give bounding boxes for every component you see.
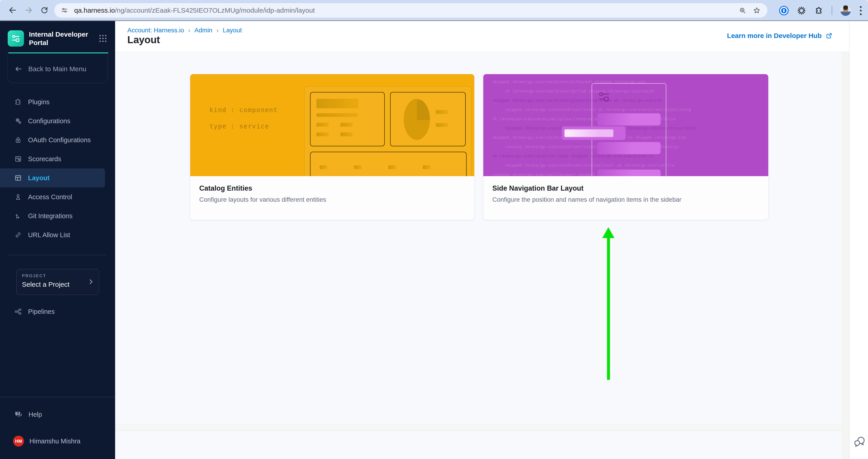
url-bar[interactable]: qa.harness.io/ng/account/zEaak-FLS425IEO… xyxy=(54,3,767,18)
mock-logo-icon xyxy=(597,90,611,104)
chat-support-icon[interactable] xyxy=(853,435,866,448)
spinner-extension-icon[interactable] xyxy=(797,6,806,15)
breadcrumb-admin-link[interactable]: Admin xyxy=(194,27,212,34)
project-selector-label: PROJECT xyxy=(22,273,93,278)
sidebar-divider xyxy=(8,255,106,255)
project-selector[interactable]: PROJECT Select a Project xyxy=(16,269,99,295)
sidebar-item-plugins[interactable]: Plugins xyxy=(0,93,115,111)
breadcrumb-layout-link[interactable]: Layout xyxy=(223,27,242,34)
card-description: Configure the position and names of navi… xyxy=(492,196,759,203)
sidebar-item-label: Scorecards xyxy=(28,155,61,163)
pipelines-icon xyxy=(14,307,22,316)
layout-icon xyxy=(14,174,22,182)
idp-logo-glyph-icon xyxy=(11,33,21,43)
browser-reload-button[interactable] xyxy=(39,5,49,15)
link-icon xyxy=(14,231,22,239)
back-to-main-menu-label: Back to Main Menu xyxy=(28,65,86,73)
idp-app-logo xyxy=(8,30,24,46)
right-rail xyxy=(849,21,868,459)
sidebar-help-section: Help xyxy=(0,405,115,424)
help-button[interactable]: Help xyxy=(0,405,115,424)
browser-forward-button[interactable] xyxy=(24,5,33,15)
sidebar-item-oauth-configurations[interactable]: OAuth Configurations xyxy=(0,130,115,150)
module-grid-icon[interactable] xyxy=(98,33,108,44)
reload-icon xyxy=(40,6,49,15)
illustration-code-line: type : service xyxy=(210,123,269,130)
mock-nav-item-bar xyxy=(597,170,661,176)
branch-icon xyxy=(14,212,22,220)
sidebar-item-scorecards[interactable]: Scorecards xyxy=(0,150,115,168)
bookmark-star-icon[interactable] xyxy=(752,6,761,15)
zoom-search-icon[interactable] xyxy=(738,6,747,14)
vertical-scrollbar-gutter[interactable] xyxy=(842,52,849,459)
sidebar-item-git-integrations[interactable]: Git Integrations xyxy=(0,206,115,225)
module-accent-line xyxy=(8,53,108,53)
breadcrumb-separator: › xyxy=(216,27,219,34)
illustration-about-card xyxy=(310,92,385,146)
illustration-chart-card xyxy=(390,92,466,146)
breadcrumb-separator: › xyxy=(188,27,190,34)
sidebar-item-layout[interactable]: Layout xyxy=(0,168,105,188)
toolbar-divider xyxy=(832,6,832,15)
sidebar-item-access-control[interactable]: Access Control xyxy=(0,188,115,206)
sidebar-item-label: Access Control xyxy=(28,193,72,201)
mock-nav-item-bar xyxy=(597,142,661,154)
back-to-main-menu-button[interactable]: Back to Main Menu xyxy=(7,55,108,83)
side-nav-layout-card[interactable]: skipped /drone/go-scm/scm/driver/bitbuck… xyxy=(483,74,769,220)
browser-profile-avatar[interactable] xyxy=(840,5,851,16)
card-title: Catalog Entities xyxy=(199,184,465,192)
chevron-right-icon xyxy=(87,278,95,286)
sidebar-pipelines-section: Pipelines xyxy=(0,302,115,321)
breadcrumb-account-link[interactable]: Account: Harness.io xyxy=(127,27,184,34)
catalog-entities-card[interactable]: kind : component type : service xyxy=(190,74,474,220)
catalog-entities-illustration: kind : component type : service xyxy=(190,74,474,176)
sidebar-nav: Plugins Configurations OAuth Configurati… xyxy=(0,93,115,244)
lock-icon xyxy=(14,136,22,144)
mock-dragged-nav-item xyxy=(562,126,625,140)
project-selector-value: Select a Project xyxy=(22,281,93,288)
sidebar-item-url-allow-list[interactable]: URL Allow List xyxy=(0,225,115,244)
card-description: Configure layouts for various different … xyxy=(199,196,465,203)
sidebar-item-configurations[interactable]: Configurations xyxy=(0,111,115,130)
sidebar-item-label: Plugins xyxy=(28,98,50,106)
scorecard-icon xyxy=(14,155,22,163)
page-header: Account: Harness.io › Admin › Layout Lay… xyxy=(115,21,849,52)
external-link-icon xyxy=(825,32,833,39)
extensions-puzzle-icon[interactable] xyxy=(814,6,824,15)
illustration-code-line: kind : component xyxy=(210,106,278,114)
url-host: qa.harness.io xyxy=(74,6,115,14)
sidebar-item-label: Pipelines xyxy=(28,308,55,316)
card-title: Side Navigation Bar Layout xyxy=(492,184,759,192)
mock-nav-item-bar xyxy=(597,113,661,126)
breadcrumb: Account: Harness.io › Admin › Layout xyxy=(127,27,242,34)
url-path: /ng/account/zEaak-FLS425IEO7OLzMUg/modul… xyxy=(115,6,315,14)
sidebar-item-label: Layout xyxy=(28,174,50,182)
help-label: Help xyxy=(29,411,42,418)
pie-chart-shape xyxy=(404,99,430,140)
learn-more-label: Learn more in Developer Hub xyxy=(727,32,822,39)
back-arrow-icon xyxy=(8,5,18,15)
learn-more-link[interactable]: Learn more in Developer Hub xyxy=(727,32,833,39)
browser-menu-button[interactable] xyxy=(859,5,863,16)
user-initials: HM xyxy=(15,439,22,444)
sidebar-item-label: Configurations xyxy=(28,117,70,125)
user-profile-button[interactable]: HM Himanshu Mishra xyxy=(0,432,115,451)
site-settings-icon[interactable] xyxy=(61,6,68,14)
side-nav-illustration: skipped /drone/go-scm/scm/driver/bitbuck… xyxy=(483,74,768,176)
illustration-table-card xyxy=(310,152,467,176)
person-icon xyxy=(14,193,22,201)
browser-back-button[interactable] xyxy=(8,5,18,15)
arrow-left-icon xyxy=(14,65,22,73)
sidebar-item-label: URL Allow List xyxy=(28,231,70,239)
sidebar-item-label: Git Integrations xyxy=(28,212,72,220)
sidebar-item-pipelines[interactable]: Pipelines xyxy=(0,302,115,321)
user-avatar: HM xyxy=(13,436,24,447)
forward-arrow-icon xyxy=(24,5,33,15)
user-name: Himanshu Mishra xyxy=(29,437,81,445)
app-title: Internal Developer Portal xyxy=(29,30,88,47)
gears-icon xyxy=(14,117,22,125)
horizontal-scrollbar-gutter[interactable] xyxy=(115,424,842,431)
puzzle-icon xyxy=(14,98,22,106)
password-manager-extension-icon[interactable] xyxy=(779,6,788,15)
app-window: qa.harness.io/ng/account/zEaak-FLS425IEO… xyxy=(0,0,868,459)
